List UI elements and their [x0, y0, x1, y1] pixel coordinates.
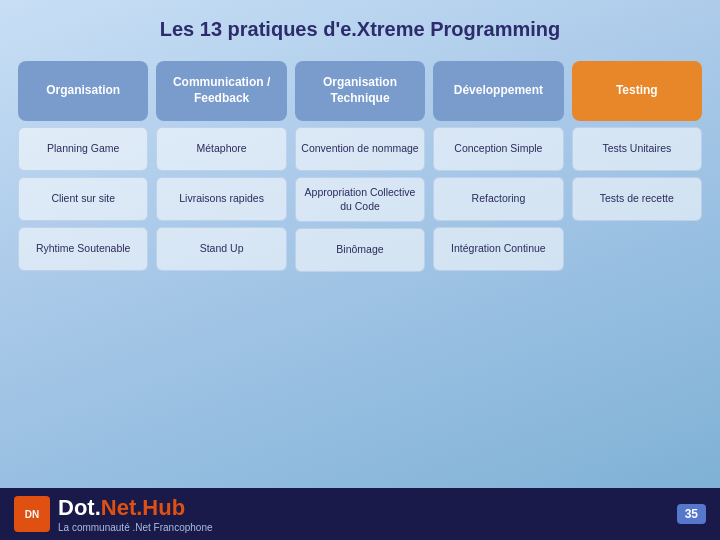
footer: DN Dot.Net.Hub La communauté .Net Franco… [0, 488, 720, 540]
column-developpement: DéveloppementConception SimpleRefactorin… [433, 61, 563, 271]
column-header-communication: Communication / Feedback [156, 61, 286, 121]
column-header-developpement: Développement [433, 61, 563, 121]
page-number: 35 [677, 504, 706, 524]
column-header-organisation: Organisation [18, 61, 148, 121]
logo-icon: DN [14, 496, 50, 532]
logo-dot: Dot. [58, 495, 101, 520]
page-title: Les 13 pratiques d'e.Xtreme Programming [0, 0, 720, 51]
column-item: Stand Up [156, 227, 286, 271]
logo-area: DN Dot.Net.Hub La communauté .Net Franco… [14, 495, 213, 533]
column-item: Livraisons rapides [156, 177, 286, 221]
column-item: Appropriation Collective du Code [295, 177, 425, 222]
logo-net: Net. [101, 495, 143, 520]
column-header-organisation-technique: Organisation Technique [295, 61, 425, 121]
column-item: Intégration Continue [433, 227, 563, 271]
column-testing: TestingTests UnitairesTests de recette [572, 61, 702, 221]
logo-tagline: La communauté .Net Francophone [58, 522, 213, 533]
column-organisation-technique: Organisation TechniqueConvention de nomm… [295, 61, 425, 272]
column-item: Client sur site [18, 177, 148, 221]
logo-hub: Hub [142, 495, 185, 520]
column-item: Refactoring [433, 177, 563, 221]
column-item: Tests Unitaires [572, 127, 702, 171]
column-item: Planning Game [18, 127, 148, 171]
column-item: Conception Simple [433, 127, 563, 171]
columns-container: OrganisationPlanning GameClient sur site… [0, 51, 720, 272]
column-item: Tests de recette [572, 177, 702, 221]
column-header-testing: Testing [572, 61, 702, 121]
column-communication: Communication / FeedbackMétaphoreLivrais… [156, 61, 286, 271]
column-item: Binômage [295, 228, 425, 272]
column-item: Ryhtime Soutenable [18, 227, 148, 271]
column-item: Convention de nommage [295, 127, 425, 171]
column-item: Métaphore [156, 127, 286, 171]
column-organisation: OrganisationPlanning GameClient sur site… [18, 61, 148, 271]
